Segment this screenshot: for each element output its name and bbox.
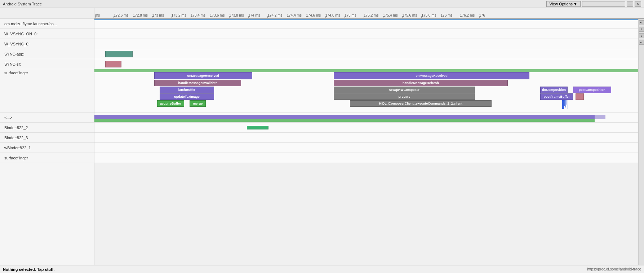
trace-docomposition[interactable]: doComposition [540,87,567,93]
track-label-surfaceflinger2: surfaceflinger [0,153,94,163]
tick-1748: 174.8 ms [325,13,340,17]
track-row-surfaceflinger2 [94,153,638,163]
tick-174: 174 ms [248,13,260,17]
trace-binder822-2-green[interactable] [247,126,268,129]
minimize-button[interactable]: — [627,1,633,7]
track-row-launcher [94,19,638,29]
tick-1758: 175.8 ms [421,13,436,17]
tick-1742: 174.2 ms [267,13,282,17]
track-canvas-area[interactable]: onMessageReceived handleMessageInvalidat… [94,19,638,265]
cursor-icon[interactable]: ↖ [639,20,644,25]
trace-sf-pink-small[interactable] [576,93,584,100]
ellipsis-purple-bar [94,115,595,119]
trace-sync-sf-block[interactable] [105,61,121,67]
trace-merge[interactable]: merge [190,100,206,107]
trace-hidl-icomposerclient[interactable]: HIDL:IComposerClient::executeCommands_2_… [350,100,491,107]
left-header-spacer [0,8,94,19]
tick-1754: 175.4 ms [383,13,398,17]
tick-1734: 173.4 ms [191,13,205,17]
trace-setuphwcomposer[interactable]: setUpHWComposer [334,87,475,93]
track-label-surfaceflinger: surfaceflinger [0,69,94,113]
tick-1738: 173.8 ms [229,13,244,17]
trace-handlemessagerefresh[interactable]: handleMessageRefresh [334,80,508,86]
right-scrollbar: ↖ + ↓ ↔ [638,19,644,265]
left-panel: om.meizu.flyme.launcher/co... W_VSYNC_ON… [0,8,94,265]
main-area: om.meizu.flyme.launcher/co... W_VSYNC_ON… [0,8,644,265]
tick-1752: 175.2 ms [364,13,378,17]
track-label-wbinder822-1: wBinder:822_1 [0,143,94,153]
app-title: Android System Trace [3,2,42,6]
trace-postcomposition[interactable]: postComposition [573,87,611,93]
track-label-sync-app: SYNC-app: [0,49,94,59]
trace-sf-blue-lines [562,100,595,111]
trace-postframebuffer[interactable]: postFrameBuffer [540,93,573,100]
trace-updateteximage[interactable]: updateTexImage [160,93,214,100]
track-label-w-vsync: W_VSYNC_0: [0,39,94,49]
track-row-sync-sf [94,59,638,69]
trace-latchbuffer[interactable]: latchBuffer [160,87,214,93]
trace-onmessagereceived-right[interactable]: onMessageReceived [334,72,529,79]
tick-1732: 173.2 ms [172,13,186,17]
selection-highlight-bar [94,19,638,20]
track-row-sync-app [94,49,638,59]
trace-onmessagereceived-left[interactable]: onMessageReceived [154,72,252,79]
track-row-w-vsync [94,39,638,49]
track-label-w-vsync-on: W_VSYNC_ON_0: [0,29,94,39]
ellipsis-green-bar [94,119,595,122]
track-row-surfaceflinger: onMessageReceived handleMessageInvalidat… [94,69,638,113]
track-label-sync-sf: SYNC-sf: [0,59,94,69]
trace-prepare[interactable]: prepare [334,93,475,100]
statusbar: Nothing selected. Tap stuff. https://pro… [0,265,644,273]
tick-1746: 174.6 ms [306,13,321,17]
tick-1728: 172.8 ms [133,13,148,17]
zoom-in-icon[interactable]: + [639,27,644,32]
track-row-w-vsync-on [94,29,638,39]
track-row-wbinder822-1 [94,143,638,153]
track-label-binder822-3: Binder:822_3 [0,133,94,143]
statusbar-url: https://proc.of.some/android-trace [587,267,641,271]
tick-1736: 173.6 ms [210,13,225,17]
scroll-down-icon[interactable]: ↓ [639,33,644,38]
search-input-area[interactable] [582,1,625,7]
titlebar: Android System Trace View Options ▼ — × [0,0,644,8]
track-row-binder822-3 [94,133,638,143]
tick-173: 173 ms [152,13,164,17]
right-panel: ms 172.6 ms 172.8 ms 173 ms 173.2 ms 173… [94,8,644,265]
track-label-launcher: om.meizu.flyme.launcher/co... [0,19,94,29]
tick-1744: 174.4 ms [287,13,302,17]
status-text: Nothing selected. Tap stuff. [3,267,54,272]
tick-175: 175 ms [345,13,356,17]
tick-1726: 172.6 ms [114,13,128,17]
sf-green-strip [94,69,638,72]
view-options-arrow-icon: ▼ [573,2,577,6]
close-button[interactable]: × [635,1,641,7]
ellipsis-end-marker [595,115,605,119]
track-canvas-wrapper: onMessageReceived handleMessageInvalidat… [94,19,644,265]
tick-176end: 176 [479,13,485,17]
tick-1762: 176.2 ms [460,13,475,17]
tick-176: 176 ms [441,13,453,17]
trace-acquirebuffer[interactable]: acquireBuffer [157,100,184,107]
titlebar-controls: View Options ▼ — × [546,1,641,7]
trace-handlemessageinvalidate[interactable]: handleMessageInvalidate [154,80,241,86]
track-row-binder822-2 [94,123,638,133]
tick-ms: ms [95,13,100,17]
view-options-button[interactable]: View Options ▼ [546,1,581,7]
expand-icon[interactable]: ↔ [639,40,644,45]
timeline-ruler: ms 172.6 ms 172.8 ms 173 ms 173.2 ms 173… [94,8,644,19]
track-row-ellipsis [94,113,638,123]
tick-1756: 175.6 ms [402,13,417,17]
trace-sync-app-block[interactable] [105,51,132,57]
track-label-binder822-2: Binder:822_2 [0,123,94,133]
track-label-ellipsis: <...> [0,113,94,123]
view-options-label: View Options [550,2,573,6]
